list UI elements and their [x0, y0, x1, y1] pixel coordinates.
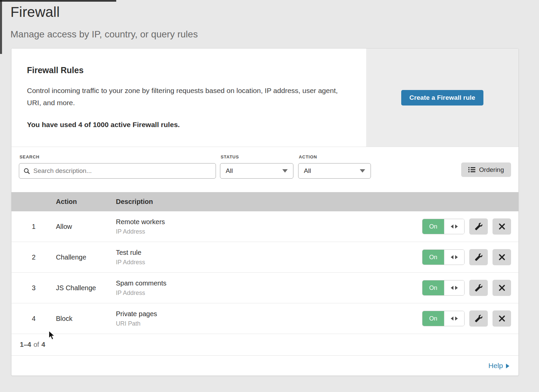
arrow-right-icon [455, 224, 458, 229]
arrow-right-icon [455, 286, 458, 290]
rule-match-type: IP Address [116, 290, 422, 297]
action-filter: ACTION All [298, 154, 371, 192]
page-title: Firewall [10, 4, 539, 20]
table-row: 1 Allow Remote workers IP Address On [11, 211, 518, 242]
status-label: STATUS [221, 154, 293, 159]
close-icon [498, 315, 506, 322]
pagination-total: 4 [41, 341, 45, 349]
rule-description: Remote workers [116, 218, 422, 226]
firewall-rules-card: Firewall Rules Control incoming traffic … [11, 48, 519, 376]
close-icon [498, 223, 506, 230]
pagination-of: of [33, 341, 39, 349]
rule-enabled-toggle[interactable]: On [422, 280, 465, 296]
rule-priority: 2 [11, 253, 56, 261]
rule-controls: On [422, 280, 518, 296]
rule-match-type: IP Address [116, 228, 422, 235]
arrow-right-icon [455, 255, 458, 259]
edit-rule-button[interactable] [469, 218, 488, 235]
rule-enabled-toggle[interactable]: On [422, 311, 465, 326]
toggle-on-label: On [422, 250, 444, 265]
action-select[interactable]: All [298, 163, 371, 179]
delete-rule-button[interactable] [493, 280, 511, 296]
edit-rule-button[interactable] [469, 310, 488, 327]
rule-match-type: URI Path [116, 320, 422, 327]
toggle-on-label: On [422, 219, 444, 234]
edit-rule-button[interactable] [469, 280, 488, 296]
rule-controls: On [422, 249, 518, 265]
table-header: Action Description [11, 192, 518, 211]
arrow-right-icon [455, 316, 458, 321]
search-icon [24, 168, 30, 174]
status-filter: STATUS All [220, 154, 293, 192]
toggle-knob[interactable] [444, 219, 464, 234]
rule-match-type: IP Address [116, 259, 422, 266]
chevron-down-icon [282, 169, 288, 173]
rule-controls: On [422, 218, 518, 235]
wrench-icon [475, 284, 482, 292]
arrow-left-icon [451, 316, 453, 321]
page-subtitle: Manage access by IP, country, or query r… [10, 29, 539, 40]
rule-priority: 1 [11, 223, 56, 231]
rule-enabled-toggle[interactable]: On [422, 249, 465, 265]
action-label: ACTION [299, 154, 371, 159]
rule-enabled-toggle[interactable]: On [422, 219, 465, 234]
ordering-button-label: Ordering [479, 166, 504, 174]
toggle-knob[interactable] [444, 311, 464, 326]
rule-description: Spam comments [116, 279, 422, 287]
wrench-icon [475, 223, 482, 230]
ordering-wrap: Ordering [461, 154, 511, 192]
screenshot-edge-artifact-left [0, 0, 2, 54]
create-firewall-rule-button[interactable]: Create a Firewall rule [401, 90, 483, 105]
edit-rule-button[interactable] [469, 249, 488, 265]
screenshot-edge-artifact-top [0, 0, 116, 2]
rule-action: Challenge [56, 253, 116, 261]
rule-action: Block [56, 315, 116, 323]
ordering-button[interactable]: Ordering [461, 162, 511, 177]
delete-rule-button[interactable] [493, 249, 511, 265]
wrench-icon [475, 315, 482, 322]
description-column-header: Description [116, 198, 518, 206]
toggle-on-label: On [422, 311, 444, 326]
rules-heading: Firewall Rules [27, 65, 346, 75]
table-row: 4 Block Private pages URI Path On [11, 303, 518, 334]
rules-usage-note: You have used 4 of 1000 active Firewall … [27, 121, 346, 129]
rule-description-cell: Private pages URI Path [116, 310, 422, 327]
delete-rule-button[interactable] [493, 218, 511, 235]
rule-description-cell: Test rule IP Address [116, 249, 422, 266]
rule-description-cell: Remote workers IP Address [116, 218, 422, 235]
pagination: 1–4 of 4 [11, 334, 518, 356]
search-input[interactable] [33, 167, 211, 175]
help-link[interactable]: Help [488, 362, 509, 370]
rule-description: Private pages [116, 310, 422, 318]
card-footer: Help [11, 356, 518, 375]
toggle-knob[interactable] [444, 280, 464, 295]
rule-description: Test rule [116, 249, 422, 257]
wrench-icon [475, 253, 482, 261]
search-filter: SEARCH [19, 154, 216, 192]
rule-description-cell: Spam comments IP Address [116, 279, 422, 297]
help-link-label: Help [488, 362, 503, 370]
status-selected-value: All [226, 167, 233, 175]
arrow-left-icon [451, 224, 453, 229]
search-input-wrap[interactable] [19, 163, 216, 179]
rule-priority: 4 [11, 315, 56, 323]
toggle-on-label: On [422, 280, 444, 295]
chevron-down-icon [360, 169, 365, 173]
search-label: SEARCH [20, 154, 216, 159]
close-icon [498, 253, 506, 261]
action-selected-value: All [304, 167, 311, 175]
rule-priority: 3 [11, 284, 56, 292]
delete-rule-button[interactable] [493, 310, 511, 327]
arrow-right-icon [506, 364, 509, 368]
filters-bar: SEARCH STATUS All ACTION All [11, 147, 518, 192]
table-row: 2 Challenge Test rule IP Address On [11, 242, 518, 273]
rule-action: JS Challenge [56, 284, 116, 292]
card-header: Firewall Rules Control incoming traffic … [11, 49, 518, 147]
table-row: 3 JS Challenge Spam comments IP Address … [11, 273, 518, 303]
toggle-knob[interactable] [444, 250, 464, 265]
status-select[interactable]: All [220, 163, 293, 179]
close-icon [498, 284, 506, 292]
ordered-list-icon [468, 167, 475, 173]
rule-controls: On [422, 310, 518, 327]
action-column-header: Action [56, 198, 116, 206]
